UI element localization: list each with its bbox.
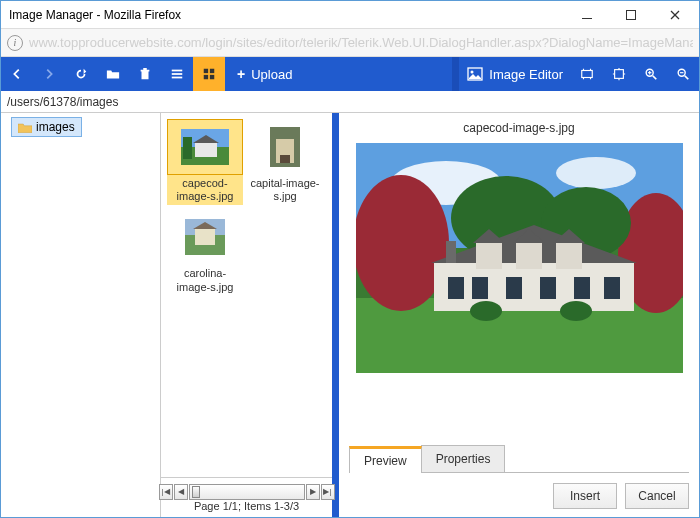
svg-rect-6 xyxy=(172,77,183,79)
svg-rect-14 xyxy=(615,70,624,79)
actual-size-button[interactable] xyxy=(603,57,635,91)
file-list-pane: capecod-image-s.jpg capital-image-s.jpg … xyxy=(161,113,339,517)
thumbnail-grid: capecod-image-s.jpg capital-image-s.jpg … xyxy=(161,113,332,477)
image-editor-button[interactable]: Image Editor xyxy=(459,57,571,91)
pager-slider[interactable] xyxy=(189,484,305,500)
svg-rect-8 xyxy=(210,69,214,73)
thumbnail-box xyxy=(167,209,243,265)
svg-point-59 xyxy=(560,301,592,321)
svg-line-16 xyxy=(653,76,657,80)
window-titlebar: Image Manager - Mozilla Firefox xyxy=(1,1,699,29)
thumbnail-image xyxy=(181,129,229,165)
cancel-button[interactable]: Cancel xyxy=(625,483,689,509)
svg-rect-54 xyxy=(540,277,556,299)
file-name: carolina-image-s.jpg xyxy=(167,265,243,295)
thumbnail-view-button[interactable] xyxy=(193,57,225,91)
close-button[interactable] xyxy=(653,2,697,28)
thumbnail-image xyxy=(270,127,300,167)
upload-label: Upload xyxy=(251,67,292,82)
dialog-button-row: Insert Cancel xyxy=(349,473,689,509)
refresh-button[interactable] xyxy=(65,57,97,91)
svg-rect-32 xyxy=(195,229,215,245)
site-info-icon[interactable]: i xyxy=(7,35,23,51)
upload-button[interactable]: +Upload xyxy=(225,57,304,91)
file-item[interactable]: carolina-image-s.jpg xyxy=(167,209,243,295)
tab-preview[interactable]: Preview xyxy=(349,446,422,473)
zoom-out-button[interactable] xyxy=(667,57,699,91)
path-bar: /users/61378/images xyxy=(1,91,699,113)
svg-line-20 xyxy=(685,76,689,80)
svg-rect-1 xyxy=(627,10,636,19)
tree-node-images[interactable]: images xyxy=(11,117,82,137)
pager-last-button[interactable]: ▶| xyxy=(321,484,335,500)
svg-rect-47 xyxy=(516,243,542,269)
tab-properties[interactable]: Properties xyxy=(421,445,506,472)
main-toolbar: +Upload Image Editor xyxy=(1,57,699,91)
svg-point-36 xyxy=(556,157,636,189)
image-icon xyxy=(467,66,483,82)
svg-rect-0 xyxy=(582,18,592,19)
svg-rect-57 xyxy=(446,241,456,263)
zoom-in-button[interactable] xyxy=(635,57,667,91)
svg-rect-26 xyxy=(183,137,192,159)
svg-rect-7 xyxy=(204,69,208,73)
insert-button[interactable]: Insert xyxy=(553,483,617,509)
preview-filename: capecod-image-s.jpg xyxy=(349,119,689,143)
svg-rect-5 xyxy=(172,73,183,75)
preview-pane: capecod-image-s.jpg xyxy=(339,113,699,517)
maximize-button[interactable] xyxy=(609,2,653,28)
forward-button[interactable] xyxy=(33,57,65,91)
minimize-button[interactable] xyxy=(565,2,609,28)
window-title: Image Manager - Mozilla Firefox xyxy=(9,8,565,22)
file-item[interactable]: capital-image-s.jpg xyxy=(247,119,323,205)
delete-button[interactable] xyxy=(129,57,161,91)
pager-status: Page 1/1; Items 1-3/3 xyxy=(194,500,299,512)
back-button[interactable] xyxy=(1,57,33,91)
tab-strip: Preview Properties xyxy=(349,445,689,473)
image-editor-label: Image Editor xyxy=(489,67,563,82)
svg-point-58 xyxy=(470,301,502,321)
svg-rect-49 xyxy=(556,243,582,269)
svg-rect-24 xyxy=(195,143,217,157)
file-name: capital-image-s.jpg xyxy=(247,175,323,205)
svg-point-12 xyxy=(471,71,474,74)
pager: |◀ ◀ ▶ ▶| Page 1/1; Items 1-3/3 xyxy=(161,477,332,517)
pane-splitter-top xyxy=(452,57,459,91)
svg-rect-4 xyxy=(172,70,183,72)
thumbnail-box xyxy=(167,119,243,175)
pager-first-button[interactable]: |◀ xyxy=(159,484,173,500)
svg-rect-45 xyxy=(476,243,502,269)
list-view-button[interactable] xyxy=(161,57,193,91)
svg-rect-55 xyxy=(574,277,590,299)
pager-prev-button[interactable]: ◀ xyxy=(174,484,188,500)
main-area: images capecod-image-s.jpg capital-image… xyxy=(1,113,699,517)
new-folder-button[interactable] xyxy=(97,57,129,91)
svg-rect-51 xyxy=(448,277,464,299)
thumbnail-box xyxy=(247,119,323,175)
svg-rect-52 xyxy=(472,277,488,299)
plus-icon: + xyxy=(237,66,245,82)
file-item[interactable]: capecod-image-s.jpg xyxy=(167,119,243,205)
url-text: www.topproducerwebsite.com/login/sites/e… xyxy=(29,35,693,50)
pager-next-button[interactable]: ▶ xyxy=(306,484,320,500)
svg-rect-13 xyxy=(582,71,593,78)
folder-tree: images xyxy=(1,113,161,517)
svg-rect-10 xyxy=(210,75,214,79)
best-fit-button[interactable] xyxy=(571,57,603,91)
svg-rect-56 xyxy=(604,277,620,299)
pager-slider-knob[interactable] xyxy=(192,486,200,498)
tree-node-label: images xyxy=(36,120,75,134)
path-text: /users/61378/images xyxy=(7,95,118,109)
svg-rect-29 xyxy=(280,155,290,163)
thumbnail-image xyxy=(185,219,225,255)
svg-rect-9 xyxy=(204,75,208,79)
preview-image xyxy=(356,143,683,373)
svg-rect-53 xyxy=(506,277,522,299)
file-name: capecod-image-s.jpg xyxy=(167,175,243,205)
folder-icon xyxy=(18,122,32,133)
address-bar[interactable]: i www.topproducerwebsite.com/login/sites… xyxy=(1,29,699,57)
toolbar-spacer xyxy=(304,57,314,91)
